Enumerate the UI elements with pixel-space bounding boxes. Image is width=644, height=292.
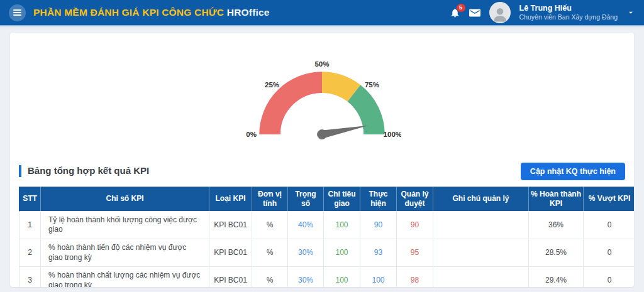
cell-kpi-name: Tỷ lệ hoàn thành khối lượng công việc đư… — [41, 211, 209, 239]
kpi-gauge-chart: 0%25%50%75%100% — [10, 33, 634, 146]
messages-button[interactable] — [469, 8, 480, 18]
table-row: 3 % hoàn thành chất lượng các nhiệm vụ đ… — [19, 267, 635, 287]
notifications-button[interactable]: 5 — [450, 8, 460, 18]
user-name: Lê Trung Hiếu — [519, 4, 618, 14]
gauge-svg: 0%25%50%75%100% — [243, 54, 401, 144]
cell-target: 100 — [324, 239, 360, 266]
cell-kpi-type: KPI BC01 — [209, 239, 252, 266]
cell-kpi-name: % hoàn thành chất lượng các nhiệm vụ đượ… — [41, 267, 209, 287]
cell-completion: 28.5% — [529, 239, 584, 266]
hamburger-menu-button[interactable] — [9, 4, 26, 21]
cell-completion: 36% — [529, 211, 584, 239]
cell-exceed: 0 — [584, 211, 635, 239]
table-header-row: STT Chỉ số KPI Loại KPI Đơn vị tính Trọn… — [19, 187, 635, 211]
col-ghi-chu: Ghi chú quản lý — [433, 187, 529, 211]
app-title: PHẦN MỀM ĐÁNH GIÁ KPI CÔNG CHỨC HROffice — [33, 7, 270, 18]
cell-approved: 90 — [397, 211, 433, 239]
user-info: Lê Trung Hiếu Chuyên viên Ban Xây dựng Đ… — [519, 4, 618, 22]
cell-stt: 1 — [19, 211, 41, 239]
cell-exceed: 0 — [584, 267, 635, 287]
cell-note — [433, 211, 529, 239]
update-results-button[interactable]: Cập nhật KQ thực hiện — [521, 163, 625, 180]
cell-kpi-name: % hoàn thành tiến độ các nhiệm vụ được g… — [41, 239, 209, 266]
col-quan-ly-duyet: Quản lý duyệt — [397, 187, 433, 211]
svg-text:75%: 75% — [365, 81, 379, 89]
cell-approved: 98 — [397, 267, 433, 287]
chevron-down-icon — [626, 8, 635, 17]
main-content-card: 0%25%50%75%100% Bảng tổng hợp kết quả KP… — [10, 33, 634, 287]
col-trong-so: Trọng số — [288, 187, 324, 211]
cell-target: 100 — [324, 211, 360, 239]
cell-approved: 95 — [397, 239, 433, 266]
svg-text:0%: 0% — [246, 131, 257, 138]
col-chi-tieu-giao: Chỉ tiêu giao — [324, 187, 360, 211]
section-header: Bảng tổng hợp kết quả KPI Cập nhật KQ th… — [10, 163, 634, 180]
brand-logo: HROffice — [227, 7, 270, 18]
cell-note — [433, 239, 529, 266]
top-navigation-bar: PHẦN MỀM ĐÁNH GIÁ KPI CÔNG CHỨC HROffice… — [0, 0, 644, 26]
cell-actual: 90 — [360, 211, 397, 239]
section-title: Bảng tổng hợp kết quả KPI — [19, 165, 149, 177]
table-row: 1 Tỷ lệ hoàn thành khối lượng công việc … — [19, 211, 635, 239]
cell-stt: 2 — [19, 239, 41, 266]
cell-unit: % — [252, 267, 288, 287]
cell-kpi-type: KPI BC01 — [209, 211, 252, 239]
cell-weight: 30% — [288, 267, 324, 287]
svg-text:25%: 25% — [265, 81, 279, 89]
col-loai-kpi: Loại KPI — [209, 187, 252, 211]
cell-weight: 40% — [288, 211, 324, 239]
col-stt: STT — [19, 187, 41, 211]
cell-target: 100 — [324, 267, 360, 287]
cell-actual: 93 — [360, 239, 397, 266]
svg-text:50%: 50% — [314, 60, 329, 68]
gauge-needle — [316, 121, 370, 140]
cell-unit: % — [252, 211, 288, 239]
cell-kpi-type: KPI BC01 — [209, 267, 252, 287]
cell-unit: % — [252, 239, 288, 266]
user-role: Chuyên viên Ban Xây dựng Đảng — [519, 13, 618, 21]
person-icon — [491, 4, 509, 23]
cell-stt: 3 — [19, 267, 41, 287]
user-avatar[interactable] — [489, 2, 511, 23]
svg-text:100%: 100% — [384, 131, 401, 138]
cell-note — [433, 267, 529, 287]
table-row: 2 % hoàn thành tiến độ các nhiệm vụ được… — [19, 239, 635, 266]
topbar-right-group: 5 Lê Trung Hiếu Chuyên viên Ban Xây dựng… — [450, 2, 635, 23]
kpi-summary-table: STT Chỉ số KPI Loại KPI Đơn vị tính Trọn… — [19, 187, 634, 287]
user-menu-dropdown[interactable] — [626, 8, 635, 17]
envelope-icon — [469, 8, 480, 18]
notification-badge: 5 — [457, 4, 465, 12]
col-thuc-hien: Thực hiện — [360, 187, 397, 211]
col-hoan-thanh: % Hoàn thành KPI — [529, 187, 584, 211]
cell-exceed: 0 — [584, 239, 635, 266]
cell-completion: 29.4% — [529, 267, 584, 287]
col-vuot-kpi: % Vượt KPI — [584, 187, 635, 211]
col-don-vi-tinh: Đơn vị tính — [252, 187, 288, 211]
cell-actual: 100 — [360, 267, 397, 287]
cell-weight: 30% — [288, 239, 324, 266]
col-chi-so-kpi: Chỉ số KPI — [41, 187, 209, 211]
